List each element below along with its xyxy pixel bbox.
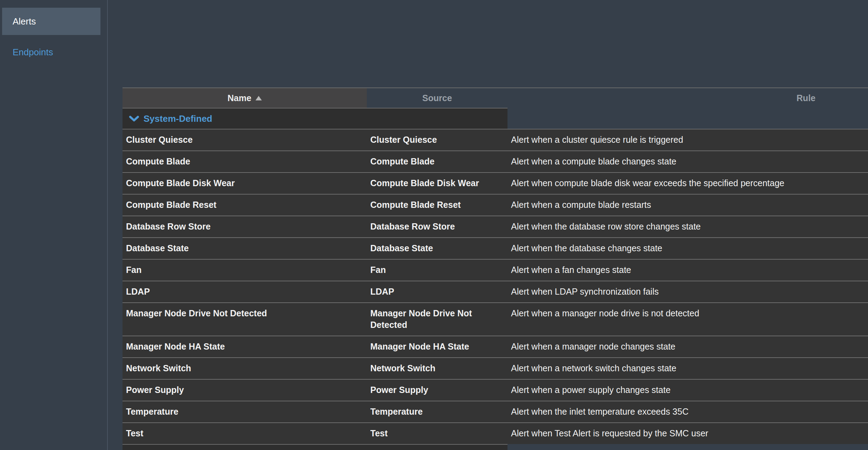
name-cell: Database State <box>122 238 367 259</box>
rule-cell: Alert when the database row store change… <box>507 216 868 237</box>
name-cell: Cluster Quiesce <box>122 129 367 150</box>
source-cell: Compute Blade Disk Wear <box>367 173 507 194</box>
source-cell: Manager Node Drive Not Detected <box>367 303 507 336</box>
source-cell: Cluster Quiesce <box>367 129 507 150</box>
table-row[interactable]: Compute Blade Disk Wear Compute Blade Di… <box>122 173 868 195</box>
column-header-label: Rule <box>797 93 816 103</box>
rule-cell: Alert when a manager node drive is not d… <box>507 303 868 336</box>
rule-cell: Alert when a power supply changes state <box>507 380 868 401</box>
rule-cell: Alert when the database changes state <box>507 238 868 259</box>
rule-cell: Alert when a manager node changes state <box>507 336 868 357</box>
table-header-row: Name Source Rule <box>122 88 868 108</box>
table-row[interactable]: Test Test Alert when Test Alert is reque… <box>122 423 868 444</box>
source-cell: Test <box>367 423 507 444</box>
alerts-table: Name Source Rule System-Defined Cluster … <box>122 87 868 450</box>
table-row[interactable]: Manager Node Drive Not Detected Manager … <box>122 303 868 336</box>
table-row[interactable]: LDAP LDAP Alert when LDAP synchronizatio… <box>122 281 868 303</box>
sidebar: Alerts Endpoints <box>0 0 108 450</box>
rule-cell: Alert when a compute blade changes state <box>507 151 868 172</box>
column-header-rule[interactable]: Rule <box>507 88 868 108</box>
source-cell: Manager Node HA State <box>367 336 507 357</box>
group-row-spacer <box>507 108 868 129</box>
source-cell: LDAP <box>367 281 507 302</box>
table-row[interactable]: Database Row Store Database Row Store Al… <box>122 216 868 238</box>
name-cell: Test <box>122 423 367 444</box>
table-row[interactable]: Cluster Quiesce Cluster Quiesce Alert wh… <box>122 129 868 151</box>
table-row[interactable]: Fan Fan Alert when a fan changes state <box>122 260 868 281</box>
rule-cell: Alert when compute blade disk wear excee… <box>507 173 868 194</box>
source-cell: Fan <box>367 260 507 281</box>
source-cell: Database Row Store <box>367 216 507 237</box>
rule-cell: Alert when a cluster quiesce rule is tri… <box>507 129 868 150</box>
source-cell: Compute Blade Reset <box>367 195 507 216</box>
table-row[interactable]: Compute Blade Reset Compute Blade Reset … <box>122 195 868 216</box>
group-row-label: System-Defined <box>144 113 212 124</box>
name-cell: Power Supply <box>122 380 367 401</box>
main-content: Name Source Rule System-Defined Cluster … <box>108 0 868 450</box>
rule-cell: Alert when a compute blade restarts <box>507 195 868 216</box>
sidebar-item-alerts[interactable]: Alerts <box>2 8 100 35</box>
table-row[interactable]: Network Switch Network Switch Alert when… <box>122 358 868 380</box>
sidebar-item-endpoints[interactable]: Endpoints <box>2 38 100 66</box>
table-row[interactable]: Compute Blade Compute Blade Alert when a… <box>122 151 868 173</box>
name-cell: Manager Node HA State <box>122 336 367 357</box>
table-rows: Cluster Quiesce Cluster Quiesce Alert wh… <box>122 129 868 444</box>
rule-cell: Alert when LDAP synchronization fails <box>507 281 868 302</box>
name-cell: Manager Node Drive Not Detected <box>122 303 367 336</box>
sidebar-item-label: Alerts <box>13 16 36 27</box>
group-row-band: System-Defined <box>122 108 868 129</box>
column-header-label: Name <box>227 93 251 103</box>
rule-cell: Alert when the inlet temperature exceeds… <box>507 401 868 422</box>
source-cell: Network Switch <box>367 358 507 379</box>
rule-cell: Alert when a fan changes state <box>507 260 868 281</box>
table-row[interactable]: Power Supply Power Supply Alert when a p… <box>122 380 868 401</box>
source-cell: Compute Blade <box>367 151 507 172</box>
table-row[interactable]: Manager Node HA State Manager Node HA St… <box>122 336 868 358</box>
table-row[interactable]: Temperature Temperature Alert when the i… <box>122 401 868 423</box>
partial-group-cell[interactable] <box>122 444 507 450</box>
column-header-name[interactable]: Name <box>122 88 367 108</box>
source-cell: Database State <box>367 238 507 259</box>
source-cell: Power Supply <box>367 380 507 401</box>
source-cell: Temperature <box>367 401 507 422</box>
name-cell: Fan <box>122 260 367 281</box>
name-cell: Compute Blade <box>122 151 367 172</box>
rule-cell: Alert when Test Alert is requested by th… <box>507 423 868 444</box>
table-row[interactable]: Database State Database State Alert when… <box>122 238 868 260</box>
column-header-label: Source <box>422 93 452 103</box>
name-cell: Compute Blade Disk Wear <box>122 173 367 194</box>
chevron-down-icon[interactable] <box>129 115 139 122</box>
rule-cell: Alert when a network switch changes stat… <box>507 358 868 379</box>
column-header-source[interactable]: Source <box>367 88 507 108</box>
name-cell: Network Switch <box>122 358 367 379</box>
sidebar-item-label: Endpoints <box>13 47 53 58</box>
group-row-system-defined[interactable]: System-Defined <box>122 108 507 129</box>
name-cell: Compute Blade Reset <box>122 195 367 216</box>
sort-asc-icon <box>255 96 262 100</box>
name-cell: Database Row Store <box>122 216 367 237</box>
name-cell: Temperature <box>122 401 367 422</box>
partial-next-group-row <box>122 444 868 450</box>
name-cell: LDAP <box>122 281 367 302</box>
partial-group-spacer <box>507 444 868 450</box>
